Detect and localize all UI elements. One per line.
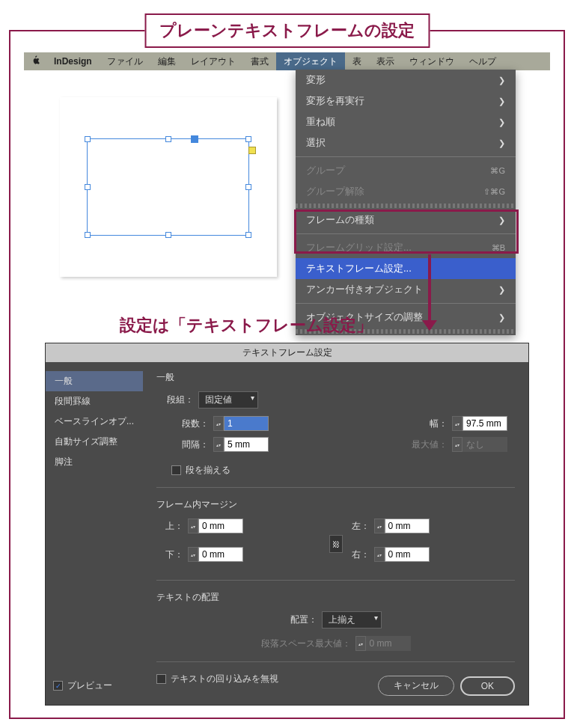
stepper-icon[interactable]: ▴▾	[213, 416, 224, 431]
menu-file[interactable]: ファイル	[100, 55, 150, 68]
submenu-icon: ❯	[498, 215, 505, 225]
stepper-icon[interactable]: ▴▾	[188, 547, 198, 562]
count-spinner[interactable]: ▴▾	[213, 416, 269, 431]
resize-handle[interactable]	[85, 232, 91, 238]
shortcut: ⇧⌘G	[483, 187, 505, 197]
menu-table[interactable]: 表	[345, 55, 369, 68]
divider	[156, 580, 515, 581]
left-spinner[interactable]: ▴▾	[374, 519, 430, 533]
left-input[interactable]	[385, 519, 430, 533]
selected-text-frame[interactable]	[87, 138, 249, 236]
label: テキストフレーム設定...	[306, 262, 412, 275]
stepper-icon[interactable]: ▴▾	[188, 519, 198, 533]
menubar: InDesign ファイル 編集 レイアウト 書式 オブジェクト 表 表示 ウィ…	[24, 52, 550, 70]
menu-app[interactable]: InDesign	[46, 56, 100, 67]
submenu-icon: ❯	[498, 117, 505, 127]
resize-handle[interactable]	[85, 184, 91, 190]
top-input[interactable]	[198, 519, 243, 533]
menu-select[interactable]: 選択❯	[296, 132, 516, 153]
stepper-icon: ▴▾	[355, 636, 366, 651]
right-input[interactable]	[385, 547, 430, 562]
shortcut: ⌘G	[490, 166, 505, 176]
resize-handle[interactable]	[245, 136, 251, 142]
balance-label: 段を揃える	[186, 464, 230, 477]
submenu-icon: ❯	[498, 313, 505, 322]
menu-type[interactable]: 書式	[243, 55, 276, 68]
section-heading: 一般	[156, 371, 515, 384]
stepper-icon[interactable]: ▴▾	[213, 437, 224, 452]
para-max-input	[366, 636, 411, 651]
right-spinner[interactable]: ▴▾	[374, 547, 430, 562]
label: 変形	[306, 73, 326, 87]
align-select[interactable]: 上揃え	[322, 611, 382, 628]
resize-handle[interactable]	[165, 232, 171, 238]
page-title: プレーンテキストフレームの設定	[144, 13, 430, 48]
menu-object[interactable]: オブジェクト	[276, 52, 345, 70]
count-label: 段数：	[171, 417, 209, 430]
ok-button[interactable]: OK	[460, 676, 515, 696]
menu-frame-grid: フレームグリッド設定...⌘B	[296, 237, 516, 258]
menu-edit[interactable]: 編集	[150, 55, 183, 68]
gutter-input[interactable]	[224, 437, 269, 452]
menu-arrange[interactable]: 重ね順❯	[296, 111, 516, 132]
sidebar-footnote[interactable]: 脚注	[46, 452, 143, 472]
link-icon[interactable]: ⛓	[329, 535, 343, 553]
menu-help[interactable]: ヘルプ	[462, 55, 504, 68]
width-label: 幅：	[430, 417, 448, 430]
label: アンカー付きオブジェクト	[306, 283, 423, 296]
submenu-icon: ❯	[498, 97, 505, 106]
in-port[interactable]	[191, 135, 198, 143]
columns-mode-select[interactable]: 固定値	[198, 391, 258, 409]
label: 選択	[306, 136, 326, 150]
width-input[interactable]	[462, 416, 507, 431]
resize-handle[interactable]	[245, 184, 251, 190]
menu-transform-again[interactable]: 変形を再実行❯	[296, 91, 516, 111]
bottom-label: 下：	[164, 548, 183, 561]
sidebar-baseline[interactable]: ベースラインオプ...	[46, 412, 143, 432]
object-menu-dropdown: 変形❯ 変形を再実行❯ 重ね順❯ 選択❯ グループ⌘G グループ解除⇧⌘G フレ…	[296, 70, 516, 335]
para-max-label: 段落スペース最大値：	[261, 637, 351, 650]
stepper-icon[interactable]: ▴▾	[452, 416, 462, 431]
document-canvas[interactable]	[60, 97, 277, 277]
bottom-spinner[interactable]: ▴▾	[188, 547, 243, 562]
menu-frame-type[interactable]: フレームの種類❯	[296, 209, 516, 230]
label: 重ね順	[306, 115, 335, 129]
submenu-icon: ❯	[498, 76, 505, 85]
preview-checkbox[interactable]: ✓	[53, 681, 63, 691]
out-port[interactable]	[248, 147, 256, 154]
menu-transform[interactable]: 変形❯	[296, 70, 516, 91]
balance-checkbox[interactable]	[171, 465, 181, 475]
cancel-button[interactable]: キャンセル	[378, 676, 454, 696]
menu-text-frame-options[interactable]: テキストフレーム設定...	[296, 258, 516, 279]
stepper-icon[interactable]: ▴▾	[374, 547, 385, 562]
gutter-spinner[interactable]: ▴▾	[213, 437, 269, 452]
apple-icon[interactable]	[24, 55, 46, 68]
width-spinner[interactable]: ▴▾	[452, 416, 507, 431]
tear-line	[296, 204, 516, 208]
annotation-arrow	[428, 254, 431, 329]
sidebar-rules[interactable]: 段間罫線	[46, 391, 143, 412]
resize-handle[interactable]	[165, 136, 171, 142]
subtitle: 設定は「テキストフレーム設定」	[120, 314, 373, 337]
separator	[296, 233, 516, 234]
resize-handle[interactable]	[85, 136, 91, 142]
menu-window[interactable]: ウィンドウ	[402, 55, 462, 68]
dialog-main: 一般 段組： 固定値 段数： ▴▾ 幅：	[143, 362, 528, 706]
max-input	[462, 437, 507, 452]
vjust-heading: テキストの配置	[156, 591, 515, 604]
resize-handle[interactable]	[245, 232, 251, 238]
menu-group: グループ⌘G	[296, 160, 516, 181]
sidebar-autosize[interactable]: 自動サイズ調整	[46, 432, 143, 452]
menu-anchor[interactable]: アンカー付きオブジェクト❯	[296, 279, 516, 300]
separator	[296, 156, 516, 157]
stepper-icon: ▴▾	[452, 437, 462, 452]
bottom-input[interactable]	[198, 547, 243, 562]
submenu-icon: ❯	[498, 138, 505, 148]
sidebar-general[interactable]: 一般	[46, 371, 143, 391]
menu-layout[interactable]: レイアウト	[183, 55, 243, 68]
menu-view[interactable]: 表示	[369, 55, 402, 68]
dialog-title: テキストフレーム設定	[46, 343, 528, 362]
stepper-icon[interactable]: ▴▾	[374, 519, 385, 533]
top-spinner[interactable]: ▴▾	[188, 519, 243, 533]
count-input[interactable]	[224, 416, 269, 431]
